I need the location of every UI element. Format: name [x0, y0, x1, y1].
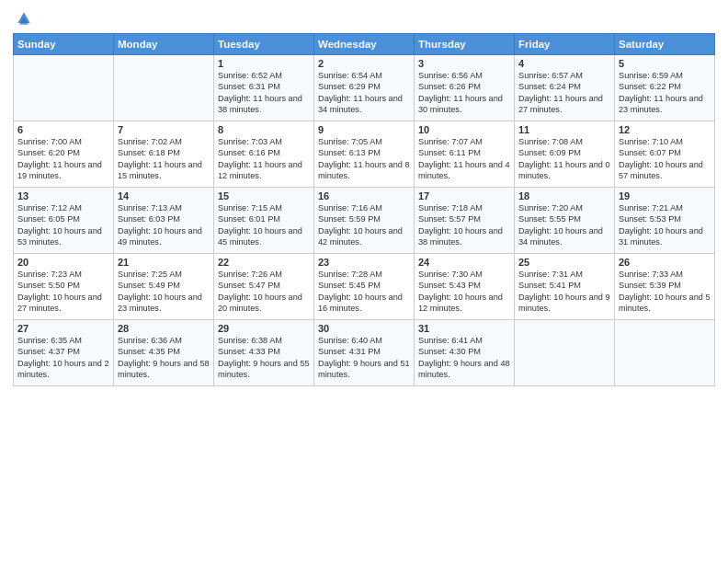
day-number: 3 [418, 58, 510, 69]
cell-sun-info: Sunrise: 7:30 AM Sunset: 5:43 PM Dayligh… [418, 269, 510, 315]
cell-sun-info: Sunrise: 6:36 AM Sunset: 4:35 PM Dayligh… [118, 335, 210, 381]
cell-sun-info: Sunrise: 7:03 AM Sunset: 6:16 PM Dayligh… [218, 136, 310, 182]
week-row-5: 27Sunrise: 6:35 AM Sunset: 4:37 PM Dayli… [14, 320, 715, 386]
cell-sun-info: Sunrise: 7:28 AM Sunset: 5:45 PM Dayligh… [318, 269, 410, 315]
calendar-cell: 10Sunrise: 7:07 AM Sunset: 6:11 PM Dayli… [415, 121, 515, 188]
calendar-cell [615, 320, 715, 386]
cell-sun-info: Sunrise: 7:18 AM Sunset: 5:57 PM Dayligh… [418, 202, 510, 248]
cell-sun-info: Sunrise: 7:26 AM Sunset: 5:47 PM Dayligh… [218, 269, 310, 315]
weekday-header-sunday: Sunday [14, 34, 114, 55]
calendar-cell: 26Sunrise: 7:33 AM Sunset: 5:39 PM Dayli… [615, 254, 715, 320]
calendar-cell: 29Sunrise: 6:38 AM Sunset: 4:33 PM Dayli… [214, 320, 314, 386]
calendar-cell: 3Sunrise: 6:56 AM Sunset: 6:26 PM Daylig… [415, 55, 515, 121]
calendar-cell: 19Sunrise: 7:21 AM Sunset: 5:53 PM Dayli… [615, 188, 715, 254]
cell-sun-info: Sunrise: 7:21 AM Sunset: 5:53 PM Dayligh… [619, 202, 711, 248]
weekday-header-monday: Monday [114, 34, 214, 55]
weekday-header-wednesday: Wednesday [314, 34, 415, 55]
day-number: 19 [619, 190, 711, 201]
day-number: 4 [518, 58, 610, 69]
cell-sun-info: Sunrise: 7:02 AM Sunset: 6:18 PM Dayligh… [118, 136, 210, 182]
calendar-cell: 9Sunrise: 7:05 AM Sunset: 6:13 PM Daylig… [314, 121, 415, 188]
calendar-cell: 7Sunrise: 7:02 AM Sunset: 6:18 PM Daylig… [114, 121, 214, 188]
cell-sun-info: Sunrise: 7:00 AM Sunset: 6:20 PM Dayligh… [17, 136, 109, 182]
day-number: 22 [218, 257, 310, 268]
week-row-4: 20Sunrise: 7:23 AM Sunset: 5:50 PM Dayli… [14, 254, 715, 320]
week-row-1: 1Sunrise: 6:52 AM Sunset: 6:31 PM Daylig… [14, 55, 715, 121]
calendar-cell: 12Sunrise: 7:10 AM Sunset: 6:07 PM Dayli… [615, 121, 715, 188]
cell-sun-info: Sunrise: 6:40 AM Sunset: 4:31 PM Dayligh… [318, 335, 410, 381]
day-number: 13 [17, 190, 109, 201]
day-number: 23 [318, 257, 410, 268]
calendar-cell: 17Sunrise: 7:18 AM Sunset: 5:57 PM Dayli… [415, 188, 515, 254]
calendar-cell: 4Sunrise: 6:57 AM Sunset: 6:24 PM Daylig… [515, 55, 615, 121]
calendar-cell: 27Sunrise: 6:35 AM Sunset: 4:37 PM Dayli… [14, 320, 114, 386]
calendar-cell: 1Sunrise: 6:52 AM Sunset: 6:31 PM Daylig… [214, 55, 314, 121]
calendar-cell: 13Sunrise: 7:12 AM Sunset: 6:05 PM Dayli… [14, 188, 114, 254]
calendar-cell [114, 55, 214, 121]
week-row-2: 6Sunrise: 7:00 AM Sunset: 6:20 PM Daylig… [14, 121, 715, 188]
day-number: 24 [418, 257, 510, 268]
cell-sun-info: Sunrise: 6:54 AM Sunset: 6:29 PM Dayligh… [318, 70, 410, 116]
calendar-cell: 6Sunrise: 7:00 AM Sunset: 6:20 PM Daylig… [14, 121, 114, 188]
cell-sun-info: Sunrise: 6:52 AM Sunset: 6:31 PM Dayligh… [218, 70, 310, 116]
calendar-cell: 2Sunrise: 6:54 AM Sunset: 6:29 PM Daylig… [314, 55, 415, 121]
cell-sun-info: Sunrise: 7:33 AM Sunset: 5:39 PM Dayligh… [619, 269, 711, 315]
weekday-header-thursday: Thursday [415, 34, 515, 55]
day-number: 10 [418, 124, 510, 135]
calendar-cell: 14Sunrise: 7:13 AM Sunset: 6:03 PM Dayli… [114, 188, 214, 254]
cell-sun-info: Sunrise: 6:56 AM Sunset: 6:26 PM Dayligh… [418, 70, 510, 116]
cell-sun-info: Sunrise: 7:23 AM Sunset: 5:50 PM Dayligh… [17, 269, 109, 315]
day-number: 25 [518, 257, 610, 268]
day-number: 27 [17, 323, 109, 334]
day-number: 12 [619, 124, 711, 135]
calendar-cell: 28Sunrise: 6:36 AM Sunset: 4:35 PM Dayli… [114, 320, 214, 386]
calendar-cell: 20Sunrise: 7:23 AM Sunset: 5:50 PM Dayli… [14, 254, 114, 320]
calendar-cell: 15Sunrise: 7:15 AM Sunset: 6:01 PM Dayli… [214, 188, 314, 254]
cell-sun-info: Sunrise: 6:38 AM Sunset: 4:33 PM Dayligh… [218, 335, 310, 381]
weekday-header-tuesday: Tuesday [214, 34, 314, 55]
day-number: 1 [218, 58, 310, 69]
day-number: 15 [218, 190, 310, 201]
calendar-cell: 18Sunrise: 7:20 AM Sunset: 5:55 PM Dayli… [515, 188, 615, 254]
cell-sun-info: Sunrise: 7:13 AM Sunset: 6:03 PM Dayligh… [118, 202, 210, 248]
cell-sun-info: Sunrise: 6:59 AM Sunset: 6:22 PM Dayligh… [619, 70, 711, 116]
cell-sun-info: Sunrise: 6:35 AM Sunset: 4:37 PM Dayligh… [17, 335, 109, 381]
day-number: 18 [518, 190, 610, 201]
day-number: 11 [518, 124, 610, 135]
calendar-cell: 21Sunrise: 7:25 AM Sunset: 5:49 PM Dayli… [114, 254, 214, 320]
cell-sun-info: Sunrise: 7:10 AM Sunset: 6:07 PM Dayligh… [619, 136, 711, 182]
calendar-cell: 30Sunrise: 6:40 AM Sunset: 4:31 PM Dayli… [314, 320, 415, 386]
calendar-cell: 5Sunrise: 6:59 AM Sunset: 6:22 PM Daylig… [615, 55, 715, 121]
day-number: 17 [418, 190, 510, 201]
cell-sun-info: Sunrise: 7:12 AM Sunset: 6:05 PM Dayligh… [17, 202, 109, 248]
page-header [13, 9, 715, 28]
day-number: 6 [17, 124, 109, 135]
day-number: 20 [17, 257, 109, 268]
cell-sun-info: Sunrise: 6:57 AM Sunset: 6:24 PM Dayligh… [518, 70, 610, 116]
logo [13, 9, 33, 28]
calendar-cell: 22Sunrise: 7:26 AM Sunset: 5:47 PM Dayli… [214, 254, 314, 320]
day-number: 5 [619, 58, 711, 69]
cell-sun-info: Sunrise: 7:20 AM Sunset: 5:55 PM Dayligh… [518, 202, 610, 248]
day-number: 2 [318, 58, 410, 69]
cell-sun-info: Sunrise: 7:15 AM Sunset: 6:01 PM Dayligh… [218, 202, 310, 248]
day-number: 28 [118, 323, 210, 334]
calendar-cell: 8Sunrise: 7:03 AM Sunset: 6:16 PM Daylig… [214, 121, 314, 188]
day-number: 8 [218, 124, 310, 135]
calendar-cell [515, 320, 615, 386]
cell-sun-info: Sunrise: 7:16 AM Sunset: 5:59 PM Dayligh… [318, 202, 410, 248]
calendar-cell: 31Sunrise: 6:41 AM Sunset: 4:30 PM Dayli… [415, 320, 515, 386]
cell-sun-info: Sunrise: 7:31 AM Sunset: 5:41 PM Dayligh… [518, 269, 610, 315]
day-number: 9 [318, 124, 410, 135]
day-number: 29 [218, 323, 310, 334]
cell-sun-info: Sunrise: 7:25 AM Sunset: 5:49 PM Dayligh… [118, 269, 210, 315]
week-row-3: 13Sunrise: 7:12 AM Sunset: 6:05 PM Dayli… [14, 188, 715, 254]
calendar-cell [14, 55, 114, 121]
calendar-cell: 25Sunrise: 7:31 AM Sunset: 5:41 PM Dayli… [515, 254, 615, 320]
calendar-table: SundayMondayTuesdayWednesdayThursdayFrid… [13, 33, 715, 386]
calendar-cell: 16Sunrise: 7:16 AM Sunset: 5:59 PM Dayli… [314, 188, 415, 254]
weekday-header-friday: Friday [515, 34, 615, 55]
cell-sun-info: Sunrise: 6:41 AM Sunset: 4:30 PM Dayligh… [418, 335, 510, 381]
day-number: 21 [118, 257, 210, 268]
cell-sun-info: Sunrise: 7:07 AM Sunset: 6:11 PM Dayligh… [418, 136, 510, 182]
